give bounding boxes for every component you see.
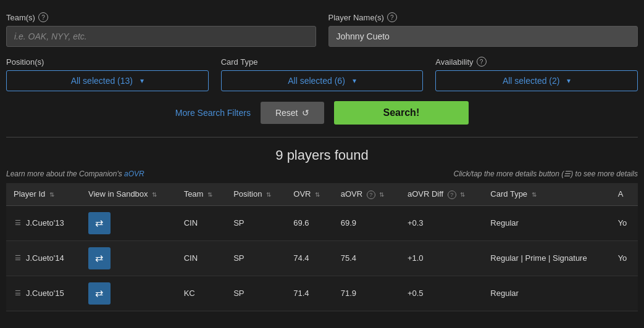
cell-ovr: 74.4 [286,240,333,276]
sandbox-icon: ⇄ [95,252,103,264]
results-table-container: Player Id ⇅ View in Sandbox ⇅ Team ⇅ Pos… [6,183,638,311]
teams-help-icon[interactable]: ? [38,12,48,22]
cell-player-id: ☰ J.Cueto'15 [6,276,81,311]
aovr-help-icon[interactable]: ? [367,191,375,199]
positions-label: Position(s) [6,57,209,67]
table-row: ☰ J.Cueto'14 ⇄ CIN SP 74.4 75.4 +1.0 Reg… [6,240,638,276]
table-header-row: Player Id ⇅ View in Sandbox ⇅ Team ⇅ Pos… [6,183,638,205]
sandbox-icon: ⇄ [95,287,103,299]
col-position[interactable]: Position ⇅ [226,183,286,205]
cell-ovr: 71.4 [286,276,333,311]
cell-team: CIN [177,240,227,276]
sort-card-type-icon: ⇅ [532,191,537,198]
aovr-diff-help-icon[interactable]: ? [448,191,456,199]
cell-player-id: ☰ J.Cueto'13 [6,205,81,240]
cell-aovr: 69.9 [333,205,400,240]
info-right-text: Click/tap the more details button (☰) to… [454,170,638,178]
availability-dropdown[interactable]: All selected (2) ▾ [435,70,638,91]
positions-dropdown[interactable]: All selected (13) ▾ [6,70,209,91]
sandbox-icon: ⇄ [95,217,103,229]
col-aovr[interactable]: aOVR ? ⇅ [333,183,400,205]
more-filters-button[interactable]: More Search Filters [175,108,251,118]
cell-avail: Yo [611,240,638,276]
aovr-link[interactable]: aOVR [124,170,144,178]
cell-position: SP [226,240,286,276]
col-view-sandbox[interactable]: View in Sandbox ⇅ [81,183,177,205]
card-type-label: Card Type [221,57,424,67]
sort-aovr-icon: ⇅ [379,191,384,198]
teams-input[interactable] [6,26,316,47]
sort-ovr-icon: ⇅ [315,191,320,198]
cell-ovr: 69.6 [286,205,333,240]
card-detail-icon: ☰ [14,219,22,228]
cell-sandbox: ⇄ [81,276,177,311]
teams-label: Team(s) ? [6,12,316,22]
availability-label: Availability ? [435,57,638,67]
availability-chevron-icon: ▾ [567,76,571,85]
results-count: 9 players found [6,147,638,163]
cell-card-type: Regular | Prime | Signature [483,240,610,276]
cell-aovr: 75.4 [333,240,400,276]
reset-button[interactable]: Reset ↺ [261,102,324,124]
info-left-text: Learn more about the Companion's [6,170,124,178]
card-detail-icon: ☰ [14,254,22,263]
cell-position: SP [226,276,286,311]
section-divider [6,137,638,137]
availability-help-icon[interactable]: ? [477,57,487,67]
positions-chevron-icon: ▾ [140,76,144,85]
cell-player-id: ☰ J.Cueto'14 [6,240,81,276]
sort-aovr-diff-icon: ⇅ [460,191,465,198]
col-ovr[interactable]: OVR ⇅ [286,183,333,205]
view-sandbox-button[interactable]: ⇄ [88,282,111,305]
sort-sandbox-icon: ⇅ [152,191,157,198]
player-name-label: Player Name(s) ? [328,12,638,22]
cell-team: KC [177,276,227,311]
cell-sandbox: ⇄ [81,240,177,276]
results-table: Player Id ⇅ View in Sandbox ⇅ Team ⇅ Pos… [6,183,638,311]
player-name-input[interactable] [328,26,638,47]
col-team[interactable]: Team ⇅ [177,183,227,205]
col-aovr-diff[interactable]: aOVR Diff ? ⇅ [400,183,483,205]
view-sandbox-button[interactable]: ⇄ [88,247,111,269]
cell-aovr: 71.9 [333,276,400,311]
cell-card-type: Regular [483,205,610,240]
view-sandbox-button[interactable]: ⇄ [88,212,111,234]
cell-aovr-diff: +0.5 [400,276,483,311]
cell-card-type: Regular [483,276,610,311]
card-detail-icon: ☰ [14,289,22,298]
col-avail[interactable]: A [611,183,638,205]
player-name-help-icon[interactable]: ? [387,12,397,22]
cell-avail [611,276,638,311]
search-button[interactable]: Search! [334,101,469,125]
col-card-type[interactable]: Card Type ⇅ [483,183,610,205]
cell-aovr-diff: +0.3 [400,205,483,240]
cell-team: CIN [177,205,227,240]
cell-aovr-diff: +1.0 [400,240,483,276]
sort-position-icon: ⇅ [266,191,271,198]
sort-team-icon: ⇅ [207,191,212,198]
col-player-id[interactable]: Player Id ⇅ [6,183,81,205]
card-type-dropdown[interactable]: All selected (6) ▾ [221,70,424,91]
reset-icon: ↺ [302,108,309,118]
cell-sandbox: ⇄ [81,205,177,240]
table-row: ☰ J.Cueto'13 ⇄ CIN SP 69.6 69.9 +0.3 Reg… [6,205,638,240]
cell-avail: Yo [611,205,638,240]
sort-player-id-icon: ⇅ [49,191,54,198]
cell-position: SP [226,205,286,240]
info-bar: Learn more about the Companion's aOVR Cl… [6,170,638,178]
card-type-chevron-icon: ▾ [353,76,356,85]
table-row: ☰ J.Cueto'15 ⇄ KC SP 71.4 71.9 +0.5 Regu… [6,276,638,311]
